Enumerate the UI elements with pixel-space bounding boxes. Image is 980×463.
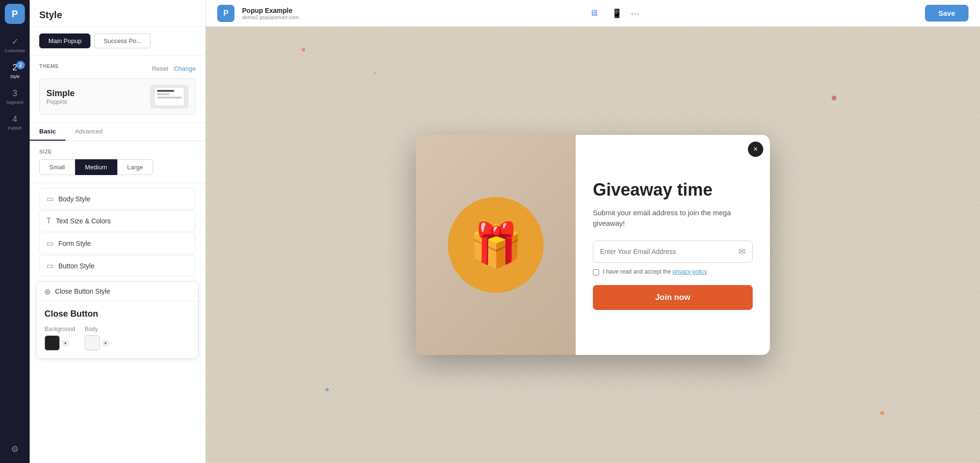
close-button-header-icon: ◎ bbox=[45, 287, 50, 295]
size-label: Size bbox=[39, 149, 196, 154]
confetti-5 bbox=[880, 411, 884, 415]
sidebar-item-customize[interactable]: ✓ Customize bbox=[0, 32, 30, 58]
popup-heading: Giveaway time bbox=[593, 180, 753, 199]
popup-name: Popup Example bbox=[242, 7, 299, 14]
text-size-icon: T bbox=[46, 217, 51, 225]
button-style-icon: ▭ bbox=[46, 261, 54, 270]
theme-label: Theme bbox=[39, 63, 59, 69]
email-input-row: ✉ bbox=[593, 241, 753, 263]
topbar-logo: P bbox=[217, 5, 234, 22]
theme-info: Simple Poppins bbox=[46, 88, 75, 105]
topbar-center: 🖥 📱 ⋯ bbox=[585, 5, 639, 22]
tab-advanced[interactable]: Advanced bbox=[66, 123, 112, 141]
desktop-view-btn[interactable]: 🖥 bbox=[585, 5, 603, 21]
bg-color-chevron[interactable]: ▾ bbox=[62, 340, 69, 347]
bg-color-group: Background ▾ bbox=[45, 326, 75, 351]
sidebar-item-segment[interactable]: 3 Segment bbox=[0, 84, 30, 110]
preview-area: × 🎁 Giveaway time Submit your email addr… bbox=[206, 0, 980, 463]
popup-right-panel: Giveaway time Submit your email address … bbox=[576, 135, 770, 355]
theme-change-btn[interactable]: Change bbox=[174, 65, 196, 72]
close-button-colors: Background ▾ Body ▾ bbox=[45, 326, 190, 351]
sidebar-label-publish: Publish bbox=[8, 126, 22, 131]
close-button-header-label: Close Button Style bbox=[55, 287, 110, 295]
button-style-label: Button Style bbox=[58, 262, 95, 270]
style-mode-tabs: Basic Advanced bbox=[30, 123, 205, 141]
topbar-left: P Popup Example demo2.popupsmart.com bbox=[217, 5, 299, 22]
topbar-right: Save bbox=[925, 5, 969, 22]
panel-header: Style bbox=[30, 0, 205, 27]
email-icon: ✉ bbox=[732, 241, 752, 262]
sidebar-item-settings[interactable]: ⚙ bbox=[11, 439, 19, 459]
body-color-group: Body ▾ bbox=[85, 326, 109, 351]
topbar-info: Popup Example demo2.popupsmart.com bbox=[242, 7, 299, 20]
sidebar-item-publish[interactable]: 4 Publish bbox=[0, 110, 30, 135]
form-style-label: Form Style bbox=[58, 240, 91, 247]
style-panel: Style Main Popup Success Po... Theme Res… bbox=[30, 0, 206, 463]
sidebar: P ✓ Customize 2 2 Style 3 Segment 4 Publ… bbox=[0, 0, 30, 463]
topbar: P Popup Example demo2.popupsmart.com 🖥 📱… bbox=[206, 0, 980, 27]
privacy-text: I have read and accept the privacy polic… bbox=[603, 268, 707, 275]
body-color-chevron[interactable]: ▾ bbox=[102, 340, 109, 347]
confetti-3 bbox=[832, 96, 836, 100]
popup-type-tabs: Main Popup Success Po... bbox=[30, 27, 205, 55]
body-color-label: Body bbox=[85, 326, 109, 332]
publish-number-icon: 4 bbox=[12, 114, 17, 124]
sidebar-item-style[interactable]: 2 2 Style bbox=[0, 58, 30, 84]
body-style-item[interactable]: ▭ Body Style bbox=[39, 188, 196, 209]
app-logo: P bbox=[5, 4, 25, 24]
sidebar-label-segment: Segment bbox=[6, 100, 23, 105]
confetti-2 bbox=[373, 72, 376, 75]
save-button[interactable]: Save bbox=[925, 5, 969, 22]
more-options-btn[interactable]: ⋯ bbox=[631, 8, 639, 19]
close-button-dropdown: ◎ Close Button Style Close Button Backgr… bbox=[36, 281, 199, 359]
popup-url: demo2.popupsmart.com bbox=[242, 14, 299, 20]
popup-left-panel: 🎁 bbox=[416, 135, 576, 355]
main-content: P Popup Example demo2.popupsmart.com 🖥 📱… bbox=[206, 0, 980, 463]
tab-main-popup[interactable]: Main Popup bbox=[39, 33, 90, 48]
bg-color-label: Background bbox=[45, 326, 75, 332]
theme-card: Simple Poppins bbox=[39, 78, 196, 115]
tab-basic[interactable]: Basic bbox=[30, 123, 66, 141]
check-icon: ✓ bbox=[11, 36, 19, 47]
settings-icon: ⚙ bbox=[11, 444, 19, 454]
form-style-item[interactable]: ▭ Form Style bbox=[39, 232, 196, 254]
cta-button[interactable]: Join now bbox=[593, 285, 753, 310]
sidebar-label-customize: Customize bbox=[5, 48, 25, 53]
button-style-item[interactable]: ▭ Button Style bbox=[39, 255, 196, 276]
theme-reset-btn[interactable]: Reset bbox=[152, 65, 168, 72]
size-large-btn[interactable]: Large bbox=[117, 159, 153, 175]
theme-section: Theme Reset Change Simple Poppins bbox=[30, 55, 205, 123]
text-size-item[interactable]: T Text Size & Colors bbox=[39, 210, 196, 232]
confetti-1 bbox=[301, 48, 305, 52]
gift-emoji: 🎁 bbox=[469, 220, 523, 270]
sidebar-label-style: Style bbox=[10, 74, 20, 79]
close-button-title: Close Button bbox=[45, 309, 190, 319]
size-selector: Small Medium Large bbox=[39, 159, 196, 175]
close-button-header[interactable]: ◎ Close Button Style bbox=[37, 282, 198, 301]
popup-subheading: Submit your email address to join the me… bbox=[593, 208, 753, 229]
form-style-icon: ▭ bbox=[46, 239, 54, 248]
gift-circle: 🎁 bbox=[448, 197, 544, 293]
size-medium-btn[interactable]: Medium bbox=[75, 159, 117, 175]
popup-close-btn[interactable]: × bbox=[748, 142, 763, 157]
size-small-btn[interactable]: Small bbox=[39, 159, 75, 175]
panel-title: Style bbox=[39, 10, 196, 21]
theme-preview bbox=[150, 85, 189, 109]
body-color-swatch[interactable] bbox=[85, 335, 100, 351]
mobile-view-btn[interactable]: 📱 bbox=[607, 5, 627, 22]
privacy-row: I have read and accept the privacy polic… bbox=[593, 268, 753, 276]
close-button-content: Close Button Background ▾ Body ▾ bbox=[37, 301, 198, 358]
theme-font: Poppins bbox=[46, 99, 75, 105]
email-input[interactable] bbox=[593, 241, 732, 262]
body-style-icon: ▭ bbox=[46, 194, 54, 203]
body-style-label: Body Style bbox=[58, 195, 90, 203]
text-size-label: Text Size & Colors bbox=[56, 217, 111, 225]
confetti-4 bbox=[325, 388, 329, 391]
bg-color-swatch[interactable] bbox=[45, 335, 60, 351]
tab-success-popup[interactable]: Success Po... bbox=[94, 33, 150, 48]
privacy-link[interactable]: privacy policy bbox=[672, 268, 707, 275]
privacy-checkbox[interactable] bbox=[593, 269, 599, 276]
segment-number-icon: 3 bbox=[12, 88, 17, 99]
style-badge: 2 bbox=[16, 61, 25, 69]
theme-name: Simple bbox=[46, 88, 75, 99]
